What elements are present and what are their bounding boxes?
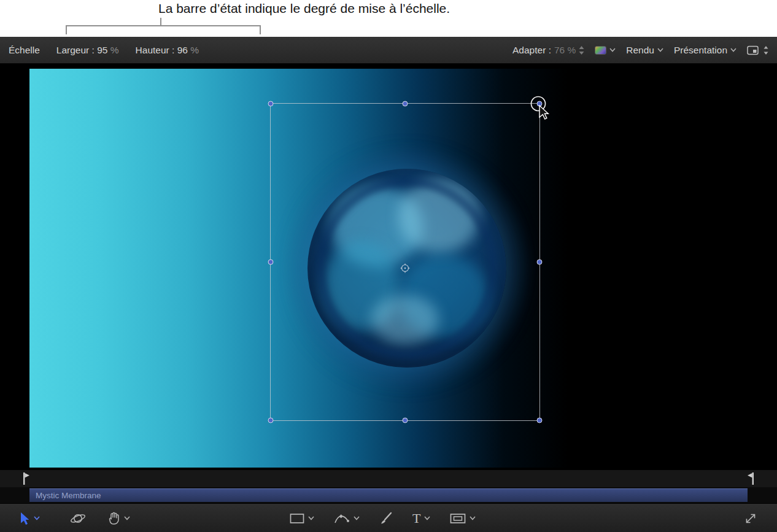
- selection-handle[interactable]: [403, 418, 408, 423]
- status-bar: Échelle Largeur : 95 % Hauteur : 96 % Ad…: [0, 37, 777, 64]
- zoom-fit-popup[interactable]: Adapter : 76 %: [512, 45, 584, 56]
- hand-icon: [108, 512, 120, 525]
- selection-handle[interactable]: [537, 418, 543, 423]
- object-timebar[interactable]: Mystic Membrane: [29, 488, 748, 502]
- select-transform-tool[interactable]: [20, 504, 40, 532]
- canvas-area[interactable]: [0, 64, 777, 470]
- motion-window: La barre d’état indique le degré de mise…: [0, 0, 777, 532]
- rectangle-shape-tool[interactable]: [290, 513, 314, 524]
- selection-handle[interactable]: [403, 101, 408, 107]
- render-popup[interactable]: Rendu: [626, 45, 663, 56]
- text-tool-icon: T: [412, 512, 420, 525]
- chevron-down-icon[interactable]: [34, 516, 40, 520]
- text-tool[interactable]: T: [412, 512, 430, 525]
- play-range-out-marker[interactable]: [746, 472, 755, 485]
- canvas-toolbar: T: [0, 503, 777, 532]
- color-channels-popup[interactable]: [595, 46, 616, 55]
- selection-handle[interactable]: [268, 101, 274, 107]
- chevron-down-icon[interactable]: [424, 516, 430, 520]
- selection-bounding-box[interactable]: [270, 103, 540, 421]
- anchor-point-icon: [400, 263, 410, 273]
- color-channels-swatch-icon: [595, 46, 606, 55]
- chevron-down-icon[interactable]: [470, 516, 476, 520]
- select-arrow-icon: [20, 512, 30, 525]
- scale-pointer-cursor-icon: [527, 94, 555, 125]
- bezier-curve-icon: [334, 512, 350, 525]
- timebar-row: Mystic Membrane: [0, 487, 777, 503]
- selection-handle[interactable]: [268, 260, 274, 265]
- chevron-down-icon: [657, 48, 663, 52]
- chevron-down-icon[interactable]: [124, 516, 130, 520]
- presentation-popup[interactable]: Présentation: [674, 45, 736, 56]
- callout-bracket-line: [66, 25, 261, 34]
- selection-handle[interactable]: [537, 260, 543, 265]
- stepper-icon: [579, 46, 584, 55]
- mini-timeline-ruler[interactable]: [0, 470, 777, 487]
- play-range-in-marker[interactable]: [22, 472, 31, 485]
- scale-mode-label: Échelle: [9, 45, 40, 56]
- chevron-down-icon: [730, 48, 736, 52]
- shape-mask-tool[interactable]: [450, 513, 476, 524]
- stepper-icon: [763, 46, 768, 55]
- drawing-tools-group: T: [290, 504, 476, 532]
- rectangle-icon: [290, 513, 304, 524]
- chevron-down-icon: [609, 48, 616, 52]
- mask-rectangle-icon: [450, 513, 466, 524]
- diagonal-resize-icon: [744, 512, 757, 525]
- bezier-tool[interactable]: [334, 512, 360, 525]
- height-readout: Hauteur : 96 %: [136, 45, 199, 56]
- pan-tool[interactable]: [108, 504, 130, 532]
- orbit-icon: [70, 511, 86, 526]
- brush-icon: [379, 512, 393, 525]
- selection-handle[interactable]: [268, 418, 274, 423]
- annotation-area: La barre d’état indique le degré de mise…: [0, 0, 777, 37]
- layout-icon: [747, 45, 760, 55]
- paint-stroke-tool[interactable]: [379, 512, 393, 525]
- window-resize-control[interactable]: [744, 504, 757, 532]
- chevron-down-icon[interactable]: [354, 516, 360, 520]
- transform-3d-tool[interactable]: [70, 504, 86, 532]
- width-readout: Largeur : 95 %: [56, 45, 119, 56]
- chevron-down-icon[interactable]: [308, 516, 314, 520]
- window-layout-popup[interactable]: [747, 45, 768, 55]
- annotation-text: La barre d’état indique le degré de mise…: [158, 1, 450, 16]
